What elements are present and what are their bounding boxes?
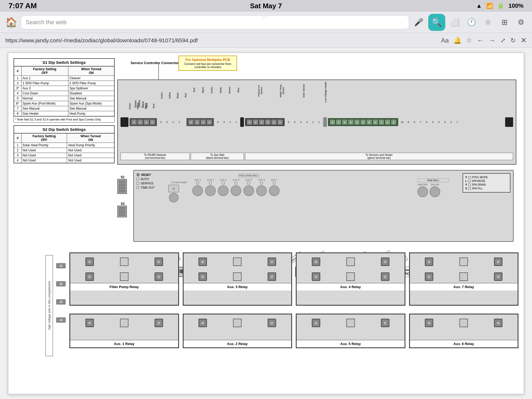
time: 7:07 AM — [9, 2, 37, 10]
table-row: 2 1 SPD Filter Pump 2 SPD Filter Pump — [14, 81, 114, 86]
address-url[interactable]: https://www.jandy.com/-/media/zodiac/glo… — [5, 37, 436, 44]
aux3-relay: ⊘ ⊘ ⊘ ⊘ Aux. 3 Relay — [183, 252, 292, 306]
s1-switch-visual: S1 — [117, 175, 128, 194]
aux5-relay: ⊘ ⊘ Aux. 5 Relay — [296, 314, 405, 348]
browser-toolbar: ⋯ 🏠 Search the web 🎤 🔍 ⬜ 🕐 ☆ ⊞ ⚙ — [0, 12, 532, 33]
battery-icon: 🔋 — [497, 2, 504, 9]
aux6-relay: ⊘ ⊘ Aux. 6 Relay — [409, 314, 519, 348]
star-icon[interactable]: ☆ — [466, 37, 472, 44]
s1-note: * Note that S1-3 and S1-6 operate with P… — [14, 117, 115, 123]
search-bar[interactable]: Search the web — [21, 15, 409, 29]
favorites-button[interactable]: ☆ — [481, 15, 495, 29]
aux4-relay: ⊘ ⊘ ⊘ ⊘ Aux. 4 Relay — [296, 252, 405, 306]
relay-boxes-row2: ⊘ ⊘ Aux. 1 Relay ⊘ ⊘ — [69, 314, 518, 348]
table-row: 3* Aux 3 Spa Spillover — [14, 86, 114, 91]
table-row: 4 Not Used Not Used — [14, 158, 114, 163]
date: Sat May 7 — [250, 2, 282, 10]
wiring-diagram: Service Controller Connector — [117, 56, 519, 247]
table-row: 6* Spare Aux (Pool Mode) Spare Aux (Spa … — [14, 101, 114, 106]
grid-button[interactable]: ⊞ — [497, 15, 511, 29]
table-row: 8 Gas Heater Heat Pump — [14, 111, 114, 117]
table-row: 7 See Manual See Manual — [14, 106, 114, 111]
table-row: 4 Cool Down Disabled — [14, 91, 114, 96]
aux1-relay: ⊘ ⊘ Aux. 1 Relay — [69, 314, 179, 348]
content-area: S1 Dip Switch Settings # Factory Setting… — [0, 48, 532, 399]
relay-boxes-row1: ⊘ ⊘ ⊘ ⊘ Filter Pump Relay — [69, 252, 518, 306]
table-row: 1 Solar Heat Priority Heat Pump Priority — [14, 143, 114, 148]
table-row: 5 Normal See Manual — [14, 96, 114, 101]
close-button[interactable]: ✕ — [521, 36, 527, 45]
s1-table: # Factory SettingOFF When TurnedON 1 Aux… — [14, 66, 115, 117]
forward-button[interactable]: → — [489, 36, 496, 44]
search-placeholder: Search the web — [26, 19, 66, 26]
reader-icon[interactable]: Aa — [441, 37, 449, 44]
aux7-relay: ⊘ ⊘ ⊘ ⊘ Aux. 7 Relay — [409, 252, 519, 306]
filter-pump-relay: ⊘ ⊘ ⊘ ⊘ Filter Pump Relay — [69, 252, 179, 306]
terminal-block-diagram: Green Yellow Black Red Green Yellow — [117, 80, 516, 165]
optional-pcb-box: For Optional Multiplex PCB Connect red f… — [178, 56, 237, 71]
tabs-indicator: ⋯ — [263, 14, 269, 20]
back-button[interactable]: ← — [477, 36, 484, 44]
high-voltage-warning: high voltage wire in this compartment — [45, 255, 53, 356]
service-connector-label: Service Controller Connector — [131, 61, 179, 65]
pdf-page: S1 Dip Switch Settings # Factory Setting… — [8, 53, 524, 394]
s2-table: # Factory SettingOFF When TurnedON 1 Sol… — [14, 133, 115, 163]
battery-percent: 100% — [509, 2, 523, 9]
j-connectors: J1 J2 J3 J4 — [56, 263, 66, 323]
s2-title: S2 Dip Switch Settings — [14, 125, 115, 133]
bell-icon[interactable]: 🔔 — [454, 37, 462, 44]
table-row: 2 Not Used Not Used — [14, 148, 114, 153]
status-bar: 7:07 AM Sat May 7 ▲ 📶 🔋 100% — [0, 0, 532, 12]
search-button[interactable]: 🔍 — [428, 14, 445, 31]
home-button[interactable]: 🏠 — [4, 15, 18, 29]
tab-switcher-button[interactable]: ⬜ — [448, 15, 462, 29]
table-row: 1 Aux 1 Cleaner — [14, 76, 114, 81]
history-button[interactable]: 🕐 — [464, 15, 478, 29]
signal-icon: ▲ — [476, 2, 482, 9]
microphone-button[interactable]: 🎤 — [412, 15, 426, 29]
table-row: 3 Not Used Not Used — [14, 153, 114, 158]
fullscreen-button[interactable]: ⤢ — [500, 37, 506, 44]
settings-button[interactable]: ⚙ — [514, 15, 528, 29]
address-bar: https://www.jandy.com/-/media/zodiac/glo… — [0, 33, 532, 48]
s2-switch-visual: S2 — [117, 202, 128, 217]
control-panel: RESET AUTO SERVICE TIME OUT — [133, 170, 514, 242]
s1-dip-switch-section: S1 Dip Switch Settings # Factory Setting… — [14, 58, 115, 163]
refresh-button[interactable]: ↻ — [510, 37, 516, 44]
wifi-icon: 📶 — [486, 3, 493, 9]
aux2-relay: ⊘ ⊘ Aux. 2 Relay — [183, 314, 292, 348]
s1-title: S1 Dip Switch Settings — [14, 58, 115, 66]
